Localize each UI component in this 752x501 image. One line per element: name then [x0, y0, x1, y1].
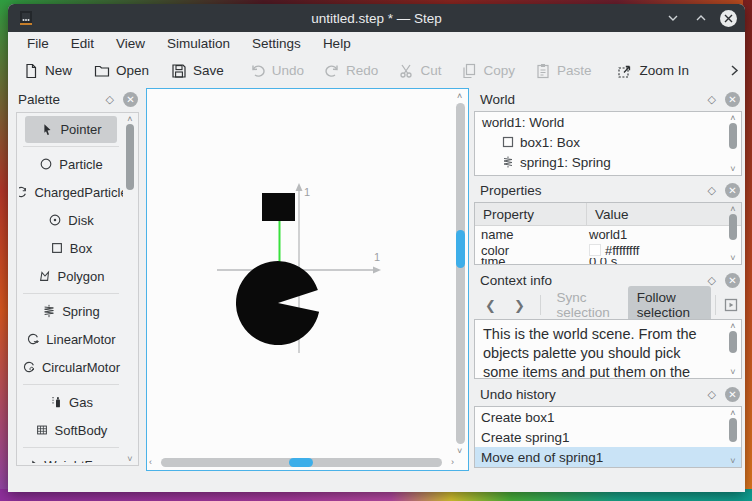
menu-file[interactable]: File	[18, 34, 58, 53]
float-panel-icon[interactable]: ◇	[708, 388, 716, 401]
scroll-up-icon[interactable]: ˄	[127, 114, 132, 124]
context-scrollbar[interactable]: ˄ ˅	[726, 321, 740, 377]
tree-item-spring1[interactable]: spring1: Spring	[475, 152, 741, 172]
canvas-horizontal-scrollbar[interactable]: ‹ ›	[149, 456, 454, 469]
scroll-down-icon[interactable]: ˅	[730, 367, 735, 377]
undo-history-panel: Undo history ◇ ✕ Create box1 Create spri…	[472, 383, 744, 470]
property-row-time[interactable]: time 0.0 s	[475, 258, 741, 265]
scroll-up-icon[interactable]: ˄	[730, 321, 735, 331]
paste-button[interactable]: Paste	[528, 58, 599, 84]
minimize-button[interactable]	[664, 9, 682, 27]
undo-scrollbar[interactable]: ˄ ˅	[726, 408, 740, 466]
palette-item-disk[interactable]: Disk	[19, 206, 123, 234]
box1-object[interactable]	[262, 193, 295, 221]
scroll-left-icon[interactable]: ‹	[149, 457, 152, 467]
context-toolbar: ❮ ❯ Sync selection Follow selection	[474, 291, 742, 319]
palette-item-chargedparticle[interactable]: ChargedParticle	[19, 178, 123, 206]
forward-chevron-icon[interactable]: ❯	[507, 296, 532, 315]
world-scrollbar[interactable]: ˄ ˅	[726, 113, 740, 174]
context-close-icon[interactable]: ✕	[725, 273, 740, 288]
float-panel-icon[interactable]: ◇	[106, 93, 114, 106]
property-row-name[interactable]: name world1	[475, 226, 741, 242]
scroll-down-icon[interactable]: ˅	[457, 446, 462, 456]
save-button[interactable]: Save	[164, 58, 231, 84]
menu-simulation[interactable]: Simulation	[158, 34, 239, 53]
scrollbar-thumb[interactable]	[729, 331, 737, 353]
new-button[interactable]: New	[16, 58, 79, 84]
scroll-down-icon[interactable]: ˅	[127, 454, 132, 464]
scrollbar-thumb[interactable]	[456, 230, 465, 268]
property-row-color[interactable]: color #ffffffff	[475, 242, 741, 258]
palette-item-circularmotor[interactable]: CircularMotor	[19, 353, 123, 381]
scrollbar-thumb[interactable]	[729, 418, 737, 442]
palette-item-polygon[interactable]: Polygon	[19, 262, 123, 290]
palette-close-icon[interactable]: ✕	[123, 92, 138, 107]
palette-header[interactable]: Palette ◇ ✕	[10, 88, 142, 110]
menu-help[interactable]: Help	[314, 34, 360, 53]
back-chevron-icon[interactable]: ❮	[478, 296, 503, 315]
undo-item-move-end-of-spring1[interactable]: Move end of spring1	[475, 447, 741, 467]
undo-item-create-box1[interactable]: Create box1	[475, 407, 741, 427]
scroll-up-icon[interactable]: ˄	[730, 113, 735, 123]
world-close-icon[interactable]: ✕	[725, 92, 740, 107]
scrollbar-thumb[interactable]	[729, 214, 737, 240]
scroll-down-icon[interactable]: ˅	[730, 456, 735, 466]
menu-settings[interactable]: Settings	[243, 34, 310, 53]
canvas-vertical-scrollbar[interactable]: ˄ ˅	[454, 91, 467, 456]
properties-column-headers[interactable]: Property Value	[475, 203, 741, 226]
copy-button[interactable]: Copy	[454, 58, 522, 84]
palette-item-box[interactable]: Box	[19, 234, 123, 262]
properties-header[interactable]: Properties ◇ ✕	[472, 179, 744, 201]
scroll-up-icon[interactable]: ˄	[730, 204, 735, 214]
palette-item-weightforce[interactable]: WeightForce	[19, 451, 123, 463]
menu-view[interactable]: View	[107, 34, 154, 53]
undo-history-list: Create box1 Create spring1 Move end of s…	[474, 406, 742, 468]
float-panel-icon[interactable]: ◇	[708, 93, 716, 106]
tree-item-world1[interactable]: world1: World	[475, 112, 741, 132]
open-button[interactable]: Open	[87, 58, 156, 84]
undo-history-header[interactable]: Undo history ◇ ✕	[472, 383, 744, 405]
undo-close-icon[interactable]: ✕	[725, 387, 740, 402]
value-column-header[interactable]: Value	[587, 207, 629, 222]
scrollbar-track[interactable]	[456, 103, 465, 444]
cut-button[interactable]: Cut	[391, 58, 448, 84]
scrollbar-thumb[interactable]	[729, 123, 737, 149]
tree-item-box1[interactable]: box1: Box	[475, 132, 741, 152]
float-panel-icon[interactable]: ◇	[708, 184, 716, 197]
scroll-right-icon[interactable]: ›	[451, 457, 454, 467]
sync-selection-button[interactable]: Sync selection	[549, 287, 624, 323]
world-header[interactable]: World ◇ ✕	[472, 88, 744, 110]
float-panel-icon[interactable]: ◇	[708, 274, 716, 287]
properties-close-icon[interactable]: ✕	[725, 183, 740, 198]
scrollbar-thumb[interactable]	[289, 458, 313, 467]
palette-item-spring[interactable]: Spring	[19, 297, 123, 325]
main-toolbar: New Open Save Undo Redo Cut Copy P	[8, 54, 745, 87]
undo-button[interactable]: Undo	[243, 58, 311, 84]
scroll-up-icon[interactable]: ˄	[730, 408, 735, 418]
menu-edit[interactable]: Edit	[62, 34, 103, 53]
scroll-down-icon[interactable]: ˅	[730, 164, 735, 174]
palette-scrollbar[interactable]: ˄ ˅	[123, 114, 137, 464]
redo-button[interactable]: Redo	[317, 58, 385, 84]
scroll-down-icon[interactable]: ˅	[730, 253, 735, 263]
open-in-browser-icon[interactable]	[724, 295, 738, 315]
palette-item-linearmotor[interactable]: LinearMotor	[19, 325, 123, 353]
toolbar-overflow-chevron[interactable]	[722, 59, 747, 82]
scroll-up-icon[interactable]: ˄	[457, 91, 462, 101]
palette-item-softbody[interactable]: SoftBody	[19, 416, 123, 444]
close-button[interactable]	[720, 10, 737, 27]
properties-scrollbar[interactable]: ˄ ˅	[726, 204, 740, 263]
disk-object[interactable]	[236, 261, 319, 345]
property-column-header[interactable]: Property	[475, 203, 587, 225]
zoom-in-button[interactable]: Zoom In	[610, 58, 696, 84]
world-scene-canvas[interactable]: 1 1 ˄ ˅ ‹ ›	[146, 88, 469, 471]
palette-item-pointer[interactable]: Pointer	[25, 116, 117, 143]
scrollbar-thumb[interactable]	[126, 124, 134, 190]
undo-item-create-spring1[interactable]: Create spring1	[475, 427, 741, 447]
palette-item-particle[interactable]: Particle	[19, 150, 123, 178]
titlebar[interactable]: untitled.step * — Step	[8, 4, 745, 32]
palette-item-gas[interactable]: Gas	[19, 388, 123, 416]
palette-separator	[23, 146, 119, 147]
maximize-button[interactable]	[692, 9, 710, 27]
palette-list: Pointer Particle ChargedParticle Disk	[19, 115, 123, 463]
